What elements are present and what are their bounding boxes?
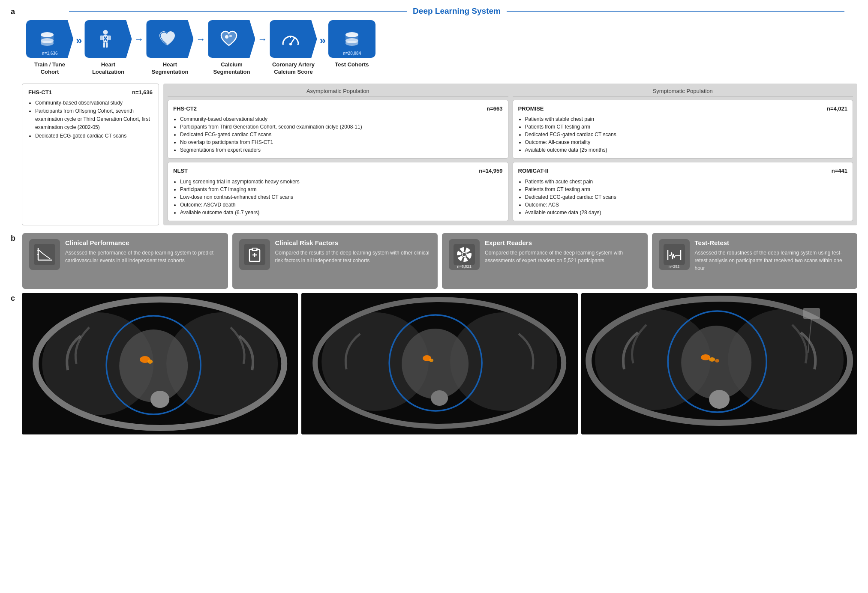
symptomatic-label: Symptomatic Population: [513, 88, 853, 96]
asymptomatic-label: Asymptomatic Population: [168, 88, 508, 96]
ct-image-2: [301, 293, 577, 434]
svg-point-24: [345, 41, 358, 46]
clinical-perf-title: Clinical Performance: [65, 239, 221, 246]
dls-header: Deep Learning System: [69, 6, 844, 16]
fhsct1-bullet-2: Participants from Offspring Cohort, seve…: [35, 107, 153, 132]
section-b-label: b: [11, 233, 15, 243]
nlst-title: NLST: [173, 167, 188, 175]
svg-rect-7: [100, 36, 104, 40]
fhsct2-b3: Dedicated ECG-gated cardiac CT scans: [180, 131, 503, 138]
svg-point-69: [715, 359, 719, 362]
ct-image-3: [581, 293, 857, 434]
svg-rect-10: [106, 42, 108, 48]
nlst-n: n=14,959: [479, 167, 502, 175]
svg-point-68: [709, 357, 715, 362]
promise-b4: Outcome: All-cause mortality: [525, 138, 848, 146]
nlst-b4: Outcome: ASCVD death: [180, 201, 503, 209]
svg-rect-9: [103, 42, 105, 48]
clinical-risk-title: Clinical Risk Factors: [275, 239, 431, 246]
nlst-b1: Lung screening trial in asymptomatic hea…: [180, 178, 503, 186]
promise-b5: Available outcome data (25 months): [525, 146, 848, 154]
svg-point-67: [701, 354, 710, 360]
romicat-title: ROMICAT-II: [518, 167, 549, 175]
romicat-n: n=441: [832, 167, 847, 175]
fhsct2-n: n=663: [487, 105, 502, 113]
test-retest-desc: Assessed the robustness of the deep lear…: [695, 249, 851, 272]
fhsct2-b4: No overlap to participants from FHS-CT1: [180, 138, 503, 146]
pipeline-step-test-cohorts: n=20,084 Test Cohorts: [328, 20, 375, 69]
step-heart-seg-label: Heart Segmentation: [146, 61, 193, 76]
svg-point-46: [119, 329, 188, 402]
fhsct1-bullet-3: Dedicated ECG-gated cardiac CT scans: [35, 132, 153, 140]
step-train-label: Train / Tune Cohort: [34, 61, 65, 76]
card-clinical-risk: Clinical Risk Factors Compared the resul…: [232, 233, 438, 289]
svg-point-13: [225, 35, 228, 39]
fhsct2-title: FHS-CT2: [173, 105, 197, 113]
section-a-label: a: [11, 6, 15, 16]
nlst-b2: Participants from CT imaging arm: [180, 186, 503, 193]
card-expert-readers: n=5,521 Expert Readers Compared the perf…: [442, 233, 648, 289]
svg-point-66: [709, 390, 730, 409]
romicat-b1: Patients with acute chest pain: [525, 178, 848, 186]
pipeline-step-cac: Coronary Artery Calcium Score: [270, 20, 317, 76]
pipeline-step-train: n=1,636 Train / Tune Cohort: [26, 20, 73, 76]
promise-b1: Patients with stable chest pain: [525, 115, 848, 123]
fhsct2-b2: Participants from Third Generation Cohor…: [180, 123, 503, 131]
svg-point-14: [229, 35, 232, 37]
nlst-b3: Low-dose non contrast-enhanced chest CT …: [180, 193, 503, 201]
romicat-b4: Outcome: ACS: [525, 201, 848, 209]
svg-rect-70: [803, 308, 820, 319]
step-calcium-seg-label: Calcium Segmentation: [208, 61, 255, 76]
nlst-b5: Available outcome data (6.7 years): [180, 209, 503, 216]
svg-point-4: [41, 41, 54, 46]
promise-n: n=4,021: [827, 105, 847, 113]
svg-point-57: [431, 390, 448, 406]
pipeline-step-segmentation: Heart Segmentation: [146, 20, 193, 76]
svg-point-5: [103, 30, 108, 35]
svg-point-64: [681, 326, 751, 399]
clinical-perf-desc: Assessed the performance of the deep lea…: [65, 249, 221, 264]
dls-title: Deep Learning System: [407, 6, 507, 16]
card-clinical-performance: Clinical Performance Assessed the perfor…: [22, 233, 228, 289]
step-localization-label: Heart Localization: [84, 61, 132, 76]
svg-rect-33: [253, 249, 256, 250]
section-c-label: c: [11, 293, 15, 303]
fhsct1-n: n=1,636: [132, 89, 153, 96]
expert-readers-desc: Compared the performance of the deep lea…: [485, 249, 641, 264]
ct-image-1: [22, 293, 298, 434]
romicat-b2: Patients from CT testing arm: [525, 186, 848, 193]
svg-point-50: [147, 359, 153, 364]
svg-rect-39: [664, 244, 685, 265]
expert-readers-title: Expert Readers: [485, 239, 641, 246]
step-cac-label: Coronary Artery Calcium Score: [270, 61, 317, 76]
romicat-b5: Available outcome data (28 days): [525, 209, 848, 216]
promise-b2: Patients from CT testing arm: [525, 123, 848, 131]
pipeline-step-calcium: Calcium Segmentation: [208, 20, 255, 76]
clinical-risk-desc: Compared the results of the deep learnin…: [275, 249, 431, 264]
promise-title: PROMISE: [518, 105, 544, 113]
card-test-retest: n=252 Test-Retest Assessed the robustnes…: [652, 233, 858, 289]
fhsct1-title: FHS-CT1: [28, 89, 52, 96]
svg-point-16: [289, 43, 292, 45]
promise-b3: Dedicated ECG-gated cardiac CT scans: [525, 131, 848, 138]
svg-point-38: [462, 252, 466, 257]
fhsct2-b1: Community-based observational study: [180, 115, 503, 123]
fhsct1-bullet-1: Community-based observational study: [35, 99, 153, 107]
romicat-b3: Dedicated ECG-gated cardiac CT scans: [525, 193, 848, 201]
fhsct2-b5: Segmentations from expert readers: [180, 146, 503, 154]
svg-rect-8: [108, 36, 111, 40]
pipeline-step-localization: Heart Localization: [84, 20, 132, 76]
svg-point-48: [150, 391, 169, 408]
step-test-label: Test Cohorts: [335, 61, 369, 69]
svg-point-59: [429, 359, 434, 362]
test-retest-title: Test-Retest: [695, 239, 851, 246]
svg-point-55: [402, 329, 469, 399]
